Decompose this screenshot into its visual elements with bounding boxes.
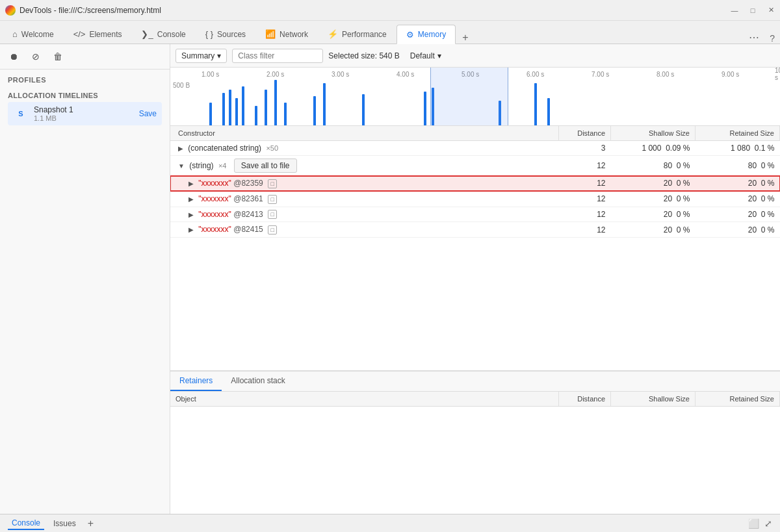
snapshot-name: Snapshot 1 [34, 105, 139, 114]
class-filter-input[interactable] [232, 49, 323, 63]
shallow-size-cell: 80 0 % [611, 156, 696, 176]
table-row[interactable]: ▶ "xxxxxxx" @82415 □ 12 20 0 % 20 0 % [170, 222, 780, 238]
bottom-col-object[interactable]: Object [170, 392, 559, 407]
new-tab-button[interactable]: + [456, 32, 474, 44]
table-row[interactable]: ▶ "xxxxxxx" @82413 □ 12 20 0 % 20 0 % [170, 207, 780, 222]
table-body: ▶ (concatenated string) ×50 3 1 000 0.09… [170, 141, 780, 238]
string-value: "xxxxxxx" [198, 194, 231, 203]
help-button[interactable]: ? [764, 33, 780, 44]
timeline-bar [255, 106, 257, 125]
table-row[interactable]: ▶ "xxxxxxx" @82361 □ 12 20 0 % 20 0 % [170, 191, 780, 207]
retained-size-cell: 20 0 % [696, 176, 780, 192]
console-icon: ❯_ [141, 29, 153, 39]
row-expander[interactable]: ▶ [188, 211, 194, 218]
ruler-label-7: 7.00 s [592, 71, 609, 78]
snapshot-size: 1.1 MB [34, 114, 139, 122]
more-tabs-button[interactable]: ⋯ [744, 31, 764, 44]
bottom-col-distance[interactable]: Distance [559, 392, 611, 407]
status-issues-tab[interactable]: Issues [49, 518, 80, 529]
copy-icon[interactable]: □ [268, 179, 277, 188]
shallow-size-cell: 20 0 % [611, 176, 696, 192]
minimize-button[interactable]: — [731, 6, 738, 14]
snapshot-info: Snapshot 1 1.1 MB [34, 105, 139, 122]
table-row[interactable]: ▼ (string) ×4 Save all to file 12 80 0 %… [170, 156, 780, 176]
tab-console[interactable]: ❯_ Console [131, 24, 195, 44]
shallow-size-cell: 20 0 % [611, 207, 696, 222]
at-id: @82413 [233, 210, 263, 219]
retained-size-cell: 80 0 % [696, 156, 780, 176]
row-expander[interactable]: ▶ [188, 196, 194, 203]
devtools-icon [5, 5, 16, 16]
tab-sources[interactable]: { } Sources [196, 24, 255, 44]
tab-welcome-label: Welcome [21, 30, 54, 39]
tab-performance[interactable]: ⚡ Performance [318, 24, 396, 44]
retained-size-cell: 1 080 0.1 % [696, 141, 780, 156]
table-row[interactable]: ▶ (concatenated string) ×50 3 1 000 0.09… [170, 141, 780, 156]
row-expander[interactable]: ▶ [178, 145, 183, 152]
tab-memory-label: Memory [418, 30, 446, 39]
distance-cell: 12 [559, 156, 611, 176]
copy-icon[interactable]: □ [268, 195, 277, 204]
status-console-tab[interactable]: Console [8, 517, 44, 530]
dock-icon[interactable]: ⬜ [748, 518, 759, 529]
stop-button[interactable]: ⊘ [27, 48, 44, 65]
sources-icon: { } [205, 29, 213, 39]
bottom-tab-retainers[interactable]: Retainers [170, 372, 222, 391]
timeline-bar [284, 103, 287, 125]
tab-network[interactable]: 📶 Network [255, 24, 318, 44]
timeline-bar [242, 86, 244, 125]
string-value: "xxxxxxx" [198, 210, 231, 219]
bottom-tab-allocation-stack[interactable]: Allocation stack [222, 372, 294, 391]
constructor-name: (concatenated string) [188, 144, 261, 153]
bottom-col-shallow[interactable]: Shallow Size [611, 392, 696, 407]
at-id: @82359 [233, 179, 263, 188]
bottom-col-retained[interactable]: Retained Size [696, 392, 780, 407]
constructor-count: ×4 [218, 162, 227, 170]
status-add-button[interactable]: + [88, 518, 94, 529]
tab-memory[interactable]: ⚙ Memory [396, 25, 456, 44]
copy-icon[interactable]: □ [268, 225, 277, 234]
snapshot-item[interactable]: S Snapshot 1 1.1 MB Save [8, 102, 162, 125]
summary-dropdown[interactable]: Summary ▾ [176, 49, 227, 63]
timeline-chart[interactable]: 1.00 s 2.00 s 3.00 s 4.00 s 5.00 s 6.00 … [170, 68, 780, 126]
expand-icon[interactable]: ⤢ [764, 518, 772, 529]
bottom-panel: Retainers Allocation stack Object Distan… [170, 371, 780, 514]
bottom-header-row: Object Distance Shallow Size Retained Si… [170, 392, 780, 407]
table-header-row: Constructor Distance Shallow Size Retain… [170, 126, 780, 141]
timeline-bar [424, 92, 426, 125]
ruler-label-9: 9.00 s [722, 71, 739, 78]
titlebar: DevTools - file:///C:/screens/memory.htm… [0, 0, 780, 21]
bottom-table: Object Distance Shallow Size Retained Si… [170, 392, 780, 407]
at-id: @82361 [233, 194, 263, 203]
save-all-button[interactable]: Save all to file [234, 158, 297, 173]
timeline-bar [534, 83, 537, 125]
col-header-constructor[interactable]: Constructor [170, 126, 559, 141]
col-header-shallow[interactable]: Shallow Size [611, 126, 696, 141]
maximize-button[interactable]: □ [749, 6, 757, 14]
snapshot-save-button[interactable]: Save [139, 109, 157, 118]
window-controls: — □ ✕ [731, 6, 775, 14]
tab-welcome[interactable]: ⌂ Welcome [3, 24, 64, 44]
performance-icon: ⚡ [328, 29, 338, 39]
copy-icon[interactable]: □ [268, 210, 277, 219]
timeline-bar [222, 93, 225, 125]
profiles-title: Profiles [8, 76, 162, 84]
row-expander[interactable]: ▶ [188, 180, 194, 187]
close-button[interactable]: ✕ [767, 6, 775, 14]
ruler-label-2: 2.00 s [266, 71, 284, 78]
record-button[interactable]: ⏺ [5, 48, 22, 65]
tab-elements-label: Elements [89, 30, 122, 39]
status-right: ⬜ ⤢ [748, 518, 772, 529]
row-expander[interactable]: ▼ [178, 162, 185, 170]
col-header-distance[interactable]: Distance [559, 126, 611, 141]
timeline-selection [430, 68, 508, 125]
col-header-retained[interactable]: Retained Size [696, 126, 780, 141]
row-expander[interactable]: ▶ [188, 226, 194, 233]
data-table: Constructor Distance Shallow Size Retain… [170, 126, 780, 238]
clear-button[interactable]: 🗑 [49, 48, 66, 65]
table-row[interactable]: ▶ "xxxxxxx" @82359 □ 12 20 0 % 20 0 % [170, 176, 780, 192]
tab-elements[interactable]: </> Elements [64, 24, 132, 44]
ruler-label-8: 8.00 s [656, 71, 674, 78]
string-value: "xxxxxxx" [198, 179, 231, 188]
default-dropdown[interactable]: Default ▾ [405, 49, 447, 62]
